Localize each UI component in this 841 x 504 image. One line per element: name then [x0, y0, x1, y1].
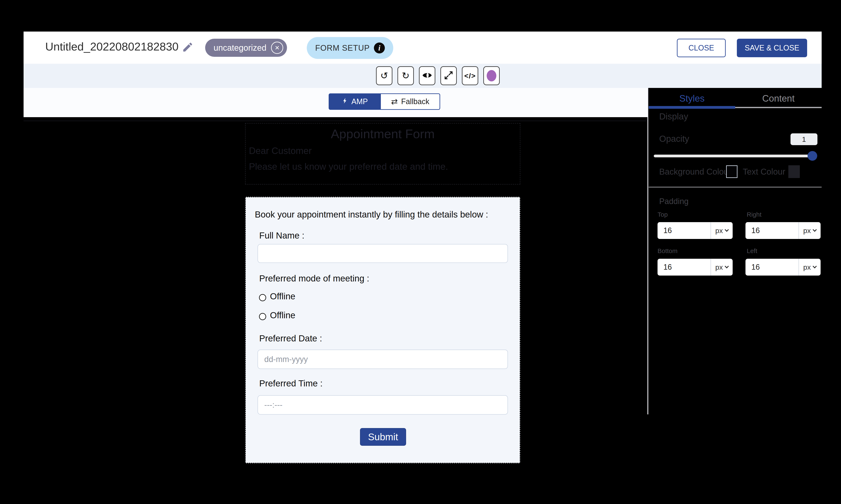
- canvas-top-border: [23, 121, 647, 121]
- form-setup-button[interactable]: FORM SETUP i: [307, 37, 393, 59]
- code-icon: </>: [464, 72, 476, 80]
- theme-color-button[interactable]: [483, 66, 500, 85]
- email-title: Appointment Form: [246, 127, 520, 141]
- save-and-close-button[interactable]: SAVE & CLOSE: [737, 39, 807, 57]
- color-swatch-icon: [487, 70, 496, 82]
- category-tag-label: uncategorized: [214, 43, 266, 53]
- inactive-tab-underline: [735, 107, 822, 108]
- preferred-time-input[interactable]: [257, 395, 508, 415]
- section-divider: [649, 187, 822, 187]
- radio-offline-2-label: Offline: [270, 310, 296, 320]
- fallback-tab-label: Fallback: [401, 97, 429, 106]
- document-title: Untitled_20220802182830: [45, 40, 179, 53]
- email-header-block-dimmed[interactable]: Appointment Form Dear Customer Please le…: [245, 123, 520, 184]
- opacity-value-box[interactable]: 1: [790, 133, 818, 145]
- padding-right-field[interactable]: 16 px: [746, 222, 821, 239]
- editor-toolbar: ↺ ↻ </>: [23, 64, 822, 88]
- panel-divider: [647, 88, 648, 414]
- expand-arrows-icon: [443, 70, 454, 82]
- radio-offline-1-label: Offline: [270, 291, 296, 302]
- remove-tag-icon[interactable]: ✕: [271, 42, 283, 54]
- padding-bottom-value[interactable]: 16: [658, 263, 711, 272]
- info-icon: i: [374, 42, 385, 53]
- tab-fallback[interactable]: ⇄ Fallback: [381, 93, 440, 110]
- chevron-down-icon: [813, 228, 817, 232]
- padding-left-label: Left: [747, 247, 757, 254]
- background-colour-swatch[interactable]: [726, 165, 737, 178]
- tab-content[interactable]: Content: [735, 90, 822, 107]
- display-heading: Display: [659, 111, 688, 122]
- padding-right-unit-dropdown[interactable]: px: [799, 222, 821, 239]
- selected-form-block[interactable]: Book your appointment instantly by filli…: [245, 197, 520, 463]
- padding-bottom-label: Bottom: [658, 247, 678, 254]
- mode-switch-row: AMP ⇄ Fallback: [23, 88, 647, 117]
- unit-label: px: [803, 263, 811, 271]
- padding-bottom-field[interactable]: 16 px: [658, 259, 733, 275]
- email-greeting: Dear Customer: [249, 146, 311, 156]
- text-colour-label: Text Colour: [743, 167, 785, 177]
- undo-icon: ↺: [380, 71, 388, 80]
- tab-styles[interactable]: Styles: [649, 90, 735, 107]
- email-subtext: Please let us know your preferred date a…: [249, 161, 448, 172]
- redo-button[interactable]: ↻: [397, 66, 414, 85]
- radio-offline-1[interactable]: [259, 294, 266, 301]
- chevron-down-icon: [813, 264, 817, 268]
- padding-bottom-unit-dropdown[interactable]: px: [711, 259, 733, 275]
- header-bar: Untitled_20220802182830 uncategorized ✕ …: [23, 32, 822, 64]
- edit-title-icon[interactable]: [182, 41, 194, 53]
- undo-button[interactable]: ↺: [376, 66, 392, 85]
- amp-fallback-toggle: AMP ⇄ Fallback: [329, 93, 440, 110]
- preview-contrast-button[interactable]: [419, 66, 435, 85]
- redo-icon: ↻: [402, 71, 410, 80]
- padding-right-label: Right: [747, 211, 762, 218]
- category-tag[interactable]: uncategorized ✕: [205, 39, 287, 57]
- active-tab-underline: [649, 106, 735, 109]
- padding-heading: Padding: [659, 197, 688, 206]
- padding-left-field[interactable]: 16 px: [746, 259, 821, 275]
- background-colour-label: Background Colour: [659, 167, 731, 177]
- unit-label: px: [803, 227, 811, 235]
- unit-label: px: [715, 227, 723, 235]
- contrast-eye-icon: [422, 70, 433, 82]
- padding-left-value[interactable]: 16: [746, 263, 799, 272]
- app-window: Untitled_20220802182830 uncategorized ✕ …: [0, 0, 841, 504]
- full-name-input[interactable]: [257, 244, 508, 263]
- view-code-button[interactable]: </>: [462, 66, 478, 85]
- opacity-slider-knob[interactable]: [808, 151, 817, 161]
- opacity-label: Opacity: [659, 134, 689, 144]
- padding-top-unit-dropdown[interactable]: px: [711, 222, 733, 239]
- preferred-date-input[interactable]: [257, 349, 508, 369]
- form-setup-label: FORM SETUP: [315, 43, 370, 53]
- swap-arrows-icon: ⇄: [391, 97, 398, 106]
- padding-top-field[interactable]: 16 px: [658, 222, 733, 239]
- unit-label: px: [715, 263, 723, 271]
- chevron-down-icon: [725, 264, 729, 268]
- style-settings-panel: Styles Content Display Opacity 1 Backgro…: [649, 88, 822, 414]
- padding-top-label: Top: [658, 211, 668, 218]
- lightning-icon: [342, 96, 348, 107]
- opacity-slider-track[interactable]: [654, 155, 817, 157]
- preferred-date-label: Preferred Date :: [259, 334, 322, 343]
- preferred-time-label: Preferred Time :: [259, 378, 323, 389]
- full-name-label: Full Name :: [259, 231, 304, 241]
- text-colour-swatch[interactable]: [788, 165, 800, 178]
- padding-left-unit-dropdown[interactable]: px: [799, 259, 821, 275]
- radio-offline-2[interactable]: [259, 313, 266, 320]
- form-intro-text: Book your appointment instantly by filli…: [255, 210, 488, 220]
- fullscreen-button[interactable]: [441, 66, 457, 85]
- chevron-down-icon: [725, 228, 729, 232]
- padding-right-value[interactable]: 16: [746, 226, 799, 235]
- submit-button[interactable]: Submit: [360, 428, 406, 446]
- meeting-mode-label: Preferred mode of meeting :: [259, 273, 369, 284]
- close-button[interactable]: CLOSE: [677, 39, 726, 57]
- padding-top-value[interactable]: 16: [658, 226, 711, 235]
- amp-tab-label: AMP: [352, 97, 368, 106]
- tab-amp[interactable]: AMP: [329, 93, 381, 110]
